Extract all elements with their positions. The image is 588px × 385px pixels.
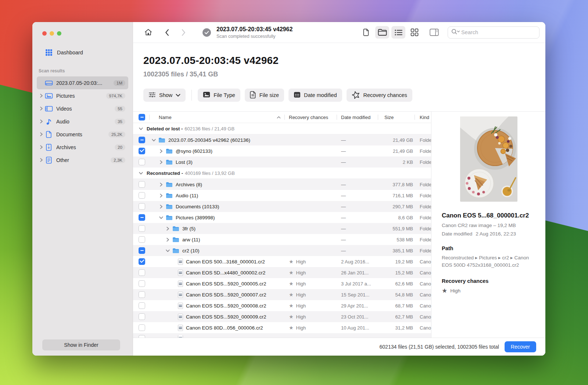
row-checkbox[interactable] <box>139 291 145 298</box>
row-checkbox[interactable] <box>139 148 145 154</box>
column-header-recovery[interactable]: Recovery chances <box>284 112 337 123</box>
checkbox-cell <box>133 201 149 212</box>
zoom-button[interactable] <box>57 31 61 36</box>
folder-view-button[interactable] <box>375 26 389 39</box>
back-button[interactable] <box>165 29 169 36</box>
row-checkbox[interactable] <box>139 258 145 265</box>
folder-row[interactable]: Audio (11)—716,1 MBFolder <box>133 190 431 201</box>
row-checkbox[interactable] <box>139 324 145 331</box>
column-header-name[interactable]: Name <box>149 112 284 123</box>
folder-row[interactable]: Documents (10133)—290,7 MBFolder <box>133 201 431 212</box>
row-checkbox[interactable] <box>139 137 145 143</box>
toggle-panel-button[interactable] <box>430 29 439 36</box>
sidebar-item-archives[interactable]: Archives20 <box>37 141 128 154</box>
chevron-right-icon[interactable] <box>39 145 43 149</box>
grid-view-button[interactable] <box>408 26 422 39</box>
chevron-right-icon[interactable] <box>39 119 43 123</box>
sidebar-item-pictures[interactable]: Pictures974,7K <box>37 89 128 102</box>
disclosure-chevron-icon[interactable] <box>159 183 163 187</box>
sidebar-item-videos[interactable]: Videos55 <box>37 102 128 115</box>
column-header-kind[interactable]: Kind <box>415 112 431 123</box>
close-button[interactable] <box>42 31 47 36</box>
disclosure-chevron-icon[interactable] <box>159 160 163 164</box>
date-cell: 10 Aug 201... <box>337 322 378 333</box>
folder-row[interactable]: Pictures (389998)—8,6 GBFolder <box>133 212 431 223</box>
name-cell: Pictures (389998) <box>149 212 284 223</box>
row-checkbox[interactable] <box>139 313 145 320</box>
disclosure-chevron-icon[interactable] <box>159 194 163 198</box>
chevron-down-icon[interactable] <box>139 171 143 175</box>
folder-row[interactable]: arw (11)—538 MBFolder <box>133 234 431 245</box>
sidebar-item-other[interactable]: Other2,3K <box>37 154 128 166</box>
search-input[interactable] <box>460 29 536 36</box>
chevron-down-icon[interactable] <box>139 127 143 131</box>
row-checkbox[interactable] <box>139 192 145 199</box>
disclosure-chevron-icon[interactable] <box>151 138 156 142</box>
row-checkbox[interactable] <box>139 302 145 309</box>
row-checkbox[interactable] <box>139 203 145 210</box>
size-cell: 290,7 MB <box>378 201 415 212</box>
sidebar-item-documents[interactable]: Documents25,2K <box>37 128 128 141</box>
row-checkbox[interactable] <box>139 247 145 254</box>
disclosure-chevron-icon[interactable] <box>159 205 163 209</box>
recover-button[interactable]: Recover <box>505 341 536 352</box>
column-header-size[interactable]: Size <box>378 112 415 123</box>
forward-button[interactable] <box>181 29 186 36</box>
sidebar-item-dashboard[interactable]: Dashboard <box>37 46 128 59</box>
filter-button-file-size[interactable]: File size <box>245 89 284 102</box>
row-checkbox[interactable] <box>139 269 145 276</box>
disclosure-chevron-icon[interactable] <box>159 149 163 153</box>
sidebar-item-2023-07-05-20-03[interactable]: 2023.07.05-20:03:...1M <box>37 76 128 89</box>
disclosure-chevron-icon[interactable] <box>159 216 163 220</box>
row-checkbox[interactable] <box>139 225 145 232</box>
filter-button-date-modified[interactable]: Date modified <box>288 89 342 102</box>
folder-row[interactable]: 2023.07.05-200345 v42962 (602136)—21,49 … <box>133 134 431 145</box>
column-header-date[interactable]: Date modified <box>337 112 378 123</box>
row-name: Canon EOS 5DS...5920_000008.cr2 <box>186 303 266 309</box>
disclosure-chevron-icon[interactable] <box>165 227 170 231</box>
file-row[interactable]: Canon EOS 5DS...5920_000005.cr2★High3 Ju… <box>133 278 431 289</box>
folder-row[interactable]: 3fr (5)—551,9 MBFolder <box>133 223 431 234</box>
chevron-right-icon[interactable] <box>39 132 43 136</box>
file-row[interactable]: Canon EOS 80D...056_000006.cr2★High10 Au… <box>133 322 431 333</box>
section-header-row: Deleted or lost -602136 files / 21,49 GB <box>133 123 431 134</box>
chevron-right-icon[interactable] <box>39 158 43 162</box>
disclosure-chevron-icon[interactable] <box>165 238 170 242</box>
name-cell: Documents (10133) <box>149 201 284 212</box>
row-checkbox[interactable] <box>139 159 145 165</box>
row-checkbox[interactable] <box>139 181 145 188</box>
document-view-button[interactable] <box>359 26 373 39</box>
row-checkbox[interactable] <box>139 335 145 338</box>
filter-button-file-type[interactable]: File Type <box>198 89 240 102</box>
file-row[interactable]: Canon EOS 5DS...5920_000007.cr2★High15 S… <box>133 289 431 300</box>
file-row[interactable]: Canon EOS 5DS...5920_000008.cr2★High29 A… <box>133 300 431 311</box>
folder-row[interactable]: Archives (8)—377,8 MBFolder <box>133 179 431 190</box>
row-checkbox[interactable] <box>139 236 145 243</box>
chevron-right-icon[interactable] <box>39 107 43 111</box>
show-filter-button[interactable]: Show <box>143 89 186 102</box>
file-row[interactable]: Canon EOS 5D...x4480_000002.cr2★High26 J… <box>133 267 431 278</box>
folder-row[interactable]: cr2 (10)—385,1 MBFolder <box>133 245 431 256</box>
sidebar-item-label: Documents <box>56 132 108 137</box>
chevron-right-icon[interactable] <box>39 94 43 98</box>
disclosure-chevron-icon[interactable] <box>165 249 170 253</box>
sidebar-item-audio[interactable]: Audio35 <box>37 115 128 128</box>
home-button[interactable] <box>144 28 153 37</box>
show-in-finder-button[interactable]: Show in Finder <box>42 339 120 350</box>
file-row[interactable]: Canon EOS 500...3168_000001.cr2★High2 Au… <box>133 256 431 267</box>
sidebar: Dashboard Scan results 2023.07.05-20:03:… <box>32 22 133 356</box>
videos-icon <box>44 105 53 112</box>
minimize-button[interactable] <box>50 31 54 36</box>
checkbox-cell <box>133 311 149 322</box>
folder-row[interactable]: Lost (3)—2 KBFolder <box>133 156 431 168</box>
select-all-checkbox[interactable] <box>139 114 145 120</box>
row-checkbox[interactable] <box>139 214 145 221</box>
search-field[interactable] <box>448 26 539 39</box>
file-row[interactable]: Canon EOS 5DS...5920_000009.cr2★High23 O… <box>133 311 431 322</box>
list-view-button[interactable] <box>391 26 405 39</box>
folder-row[interactable]: @syno (602133)—21,49 GBFolder <box>133 145 431 156</box>
count-badge: 974,7K <box>106 93 125 99</box>
row-checkbox[interactable] <box>139 280 145 287</box>
filter-button-recovery-chances[interactable]: Recovery chances <box>347 89 412 102</box>
filter-label: Recovery chances <box>363 92 407 98</box>
